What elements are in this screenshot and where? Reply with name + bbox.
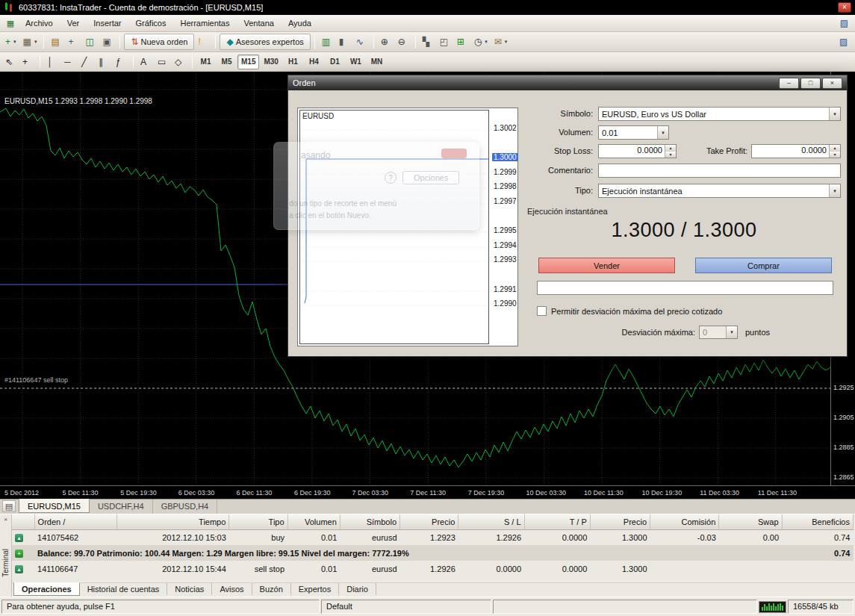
docking-button[interactable]: ▨: [836, 34, 853, 50]
vertical-line-button[interactable]: │: [44, 54, 60, 70]
column-header-precio[interactable]: Precio: [400, 514, 458, 529]
menu-insertar[interactable]: Insertar: [87, 16, 128, 31]
period-selector-button[interactable]: ◷▾: [471, 34, 491, 50]
terminal-tab-diario[interactable]: Diario: [339, 583, 376, 595]
tile-windows-button[interactable]: ▚: [420, 34, 436, 50]
mdi-window-icon[interactable]: ▨: [836, 18, 853, 28]
timeframe-m30[interactable]: M30: [260, 55, 282, 69]
order-cell: [650, 561, 719, 576]
restore-icon[interactable]: □: [800, 78, 821, 89]
chevron-down-icon[interactable]: ▾: [829, 108, 840, 120]
chart-tab-eurusd-m15[interactable]: EURUSD,M15: [19, 499, 90, 513]
order-row[interactable]: ▲1410754622012.12.10 15:03buy0.01eurusd1…: [12, 529, 854, 545]
column-header-comisi-n[interactable]: Comisión: [650, 514, 719, 529]
column-header-s-l[interactable]: S / L: [458, 514, 524, 529]
timeframe-w1[interactable]: W1: [346, 55, 366, 69]
spinner-down-icon[interactable]: ▾: [830, 152, 840, 158]
fibonacci-button[interactable]: ƒ: [113, 54, 129, 70]
spinner-up-icon[interactable]: ▴: [830, 145, 840, 152]
buy-button[interactable]: Comprar: [695, 258, 832, 273]
line-chart-mode-button[interactable]: ∿: [353, 34, 370, 50]
column-header-beneficios[interactable]: Beneficios: [782, 514, 853, 529]
minimize-icon[interactable]: –: [779, 78, 799, 89]
cursor-button[interactable]: ⇖: [2, 54, 19, 70]
market-watch-button[interactable]: ▤: [48, 34, 64, 50]
data-window-button[interactable]: +: [65, 34, 81, 50]
new-chart-button[interactable]: +▾: [2, 34, 19, 50]
close-icon[interactable]: ×: [822, 78, 842, 89]
terminal-tab-noticias[interactable]: Noticias: [167, 583, 212, 595]
zoom-out-button[interactable]: ⊖: [395, 34, 411, 50]
crosshair-button[interactable]: +: [19, 54, 36, 70]
order-icon-cell: ▲: [12, 561, 34, 576]
take-profit-input[interactable]: 0.0000 ▴▾: [751, 144, 841, 158]
terminal-tab-operaciones[interactable]: Operaciones: [13, 582, 80, 596]
templates-button[interactable]: ✉▾: [491, 34, 511, 50]
timeframe-m15[interactable]: M15: [237, 55, 259, 69]
tick-chart-symbol: EURUSD: [302, 112, 334, 120]
bar-chart-mode-button[interactable]: ▥: [319, 34, 335, 50]
sell-button[interactable]: Vender: [538, 258, 675, 273]
text-label-button[interactable]: ▭: [155, 54, 171, 70]
cascade-windows-button[interactable]: ◰: [437, 34, 453, 50]
date-axis[interactable]: 5 Dec 20125 Dec 11:305 Dec 19:306 Dec 03…: [0, 485, 855, 499]
comment-input[interactable]: [598, 164, 841, 178]
horizontal-line-button[interactable]: ─: [61, 54, 78, 70]
menu-ayuda[interactable]: Ayuda: [282, 16, 318, 31]
tab-strip-icon[interactable]: ▤: [2, 500, 16, 512]
timeframe-h1[interactable]: H1: [283, 55, 303, 69]
chart-tab-usdchf-h4[interactable]: USDCHF,H4: [90, 500, 153, 514]
zoom-in-button[interactable]: ⊕: [378, 34, 394, 50]
balance-row[interactable]: +Balance: 99.70 Patrimonio: 100.44 Marge…: [12, 545, 854, 561]
column-header-precio[interactable]: Precio: [590, 514, 650, 529]
alerts-button[interactable]: !: [195, 34, 211, 50]
candlestick-mode-button[interactable]: ▮: [336, 34, 352, 50]
column-header-t-p[interactable]: T / P: [524, 514, 590, 529]
arrows-button[interactable]: ◇: [172, 54, 188, 70]
symbol-select[interactable]: EURUSD, Euro vs US Dollar ▾: [598, 107, 841, 121]
column-header-tipo[interactable]: Tipo: [229, 514, 287, 529]
column-header-swap[interactable]: Swap: [719, 514, 782, 529]
menu-ventana[interactable]: Ventana: [237, 16, 281, 31]
menu-herramientas[interactable]: Herramientas: [173, 16, 236, 31]
chart-system-icon[interactable]: ▦: [4, 18, 16, 28]
terminal-panel-button[interactable]: ▣: [99, 34, 116, 50]
chevron-down-icon[interactable]: ▾: [829, 184, 840, 197]
terminal-tab-expertos[interactable]: Expertos: [291, 583, 339, 595]
timeframe-mn[interactable]: MN: [367, 55, 387, 69]
execution-info-field[interactable]: [537, 281, 833, 295]
column-header-tiempo[interactable]: Tiempo: [116, 514, 228, 529]
terminal-tab-avisos[interactable]: Avisos: [212, 583, 252, 595]
volume-select[interactable]: 0.01 ▾: [598, 125, 669, 140]
column-header-volumen[interactable]: Volumen: [287, 514, 340, 529]
timeframe-d1[interactable]: D1: [325, 55, 345, 69]
order-dialog-titlebar[interactable]: Orden – □ ×: [288, 75, 847, 90]
expert-advisors-button[interactable]: ◆Asesores expertos: [220, 34, 310, 50]
trendline-button[interactable]: ╱: [78, 54, 95, 70]
menu-archivo[interactable]: Archivo: [19, 16, 60, 31]
timeframe-m5[interactable]: M5: [217, 55, 237, 69]
terminal-tab-historial-de-cuentas[interactable]: Historial de cuentas: [80, 583, 168, 595]
text-button[interactable]: A: [137, 54, 154, 70]
column-header-s-mbolo[interactable]: Símbolo: [340, 514, 399, 529]
equidistant-channel-button[interactable]: ∥: [96, 54, 112, 70]
order-type-select[interactable]: Ejecución instantánea ▾: [598, 184, 841, 198]
max-deviation-checkbox[interactable]: [537, 306, 547, 316]
timeframe-h4[interactable]: H4: [304, 55, 324, 69]
menu-gr-ficos[interactable]: Gráficos: [129, 16, 173, 31]
order-row[interactable]: ▲1411066472012.12.10 15:44sell stop0.01e…: [12, 561, 854, 576]
status-profile[interactable]: Default: [321, 600, 491, 614]
terminal-tab-buz-n[interactable]: Buzón: [252, 583, 291, 595]
order-dialog-caption-buttons: – □ ×: [777, 78, 842, 89]
timeframe-m1[interactable]: M1: [196, 55, 216, 69]
chevron-down-icon[interactable]: ▾: [657, 126, 668, 139]
auto-arrange-button[interactable]: ⊞: [454, 34, 470, 50]
navigator-button[interactable]: ◫: [82, 34, 99, 50]
menu-ver[interactable]: Ver: [60, 16, 87, 31]
chart-tab-gbpusd-h4[interactable]: GBPUSD,H4: [153, 500, 218, 514]
column-header-orden[interactable]: Orden /: [34, 514, 116, 529]
chart-profiles-button[interactable]: ▦▾: [20, 34, 40, 50]
close-button[interactable]: ×: [838, 2, 851, 13]
new-order-button[interactable]: ⇅Nueva orden: [124, 34, 194, 50]
terminal-close-icon[interactable]: ×: [1, 516, 10, 524]
